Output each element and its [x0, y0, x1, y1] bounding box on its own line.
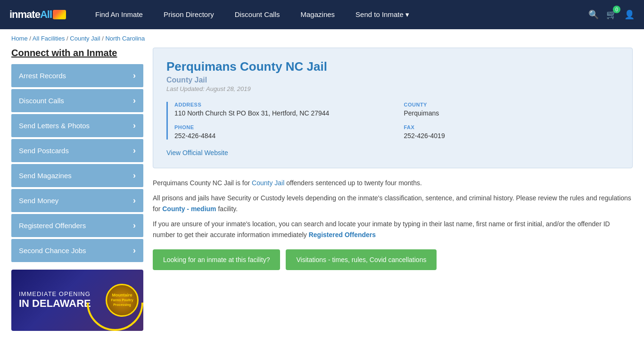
navbar: inmateAll Find An Inmate Prison Director…	[0, 0, 644, 29]
arrow-icon: ›	[133, 96, 136, 106]
dropdown-arrow-icon: ▾	[405, 10, 409, 18]
facility-description-3: If you are unsure of your inmate's locat…	[153, 219, 633, 240]
sidebar-item-send-money[interactable]: Send Money ›	[11, 189, 143, 212]
visitation-button[interactable]: Visitations - times, rules, Covid cancel…	[286, 249, 437, 270]
sidebar-item-second-chance-jobs[interactable]: Second Chance Jobs ›	[11, 239, 143, 262]
facility-card: Perquimans County NC Jail County Jail La…	[153, 48, 633, 168]
nav-discount-calls[interactable]: Discount Calls	[224, 1, 290, 28]
sidebar-item-send-postcards[interactable]: Send Postcards ›	[11, 139, 143, 162]
county-value: Perquimans	[404, 109, 619, 117]
facility-details: ADDRESS 110 North Church St PO Box 31, H…	[166, 102, 619, 140]
facility-description-1: Perquimans County NC Jail is for County …	[153, 178, 633, 188]
breadcrumb: Home / All Facilities / County Jail / No…	[0, 29, 644, 48]
arrow-icon: ›	[133, 221, 136, 230]
sidebar: Connect with an Inmate Arrest Records › …	[11, 48, 143, 331]
official-website-link[interactable]: View Official Website	[166, 149, 619, 156]
phone-label: PHONE	[174, 124, 390, 130]
sidebar-menu: Arrest Records › Discount Calls › Send L…	[11, 64, 143, 262]
breadcrumb-all-facilities[interactable]: All Facilities	[33, 35, 65, 42]
sidebar-title: Connect with an Inmate	[11, 48, 143, 58]
nav-magazines[interactable]: Magazines	[290, 1, 346, 28]
ad-top-text: IMMEDIATE OPENING	[19, 290, 91, 297]
sidebar-item-send-magazines[interactable]: Send Magazines ›	[11, 164, 143, 187]
facility-last-updated: Last Updated: August 28, 2019	[166, 85, 619, 92]
nav-prison-directory[interactable]: Prison Directory	[153, 1, 224, 28]
ad-main-text: IN DELAWARE	[19, 297, 91, 310]
search-icon[interactable]: 🔍	[588, 9, 599, 20]
logo-icon	[53, 10, 66, 19]
arrow-icon: ›	[133, 71, 136, 81]
county-label: COUNTY	[404, 102, 619, 107]
arrow-icon: ›	[133, 196, 136, 206]
phone-value: 252-426-4844	[174, 132, 390, 140]
nav-send-to-inmate[interactable]: Send to Inmate ▾	[345, 1, 420, 28]
address-block: ADDRESS 110 North Church St PO Box 31, H…	[174, 102, 390, 117]
arrow-icon: ›	[133, 146, 136, 156]
cart-badge: 0	[613, 6, 620, 13]
county-block: COUNTY Perquimans	[404, 102, 619, 117]
sidebar-item-send-letters[interactable]: Send Letters & Photos ›	[11, 114, 143, 137]
address-label: ADDRESS	[174, 102, 390, 107]
action-buttons: Looking for an inmate at this facility? …	[153, 249, 633, 270]
fax-value: 252-426-4019	[404, 132, 619, 140]
logo[interactable]: inmateAll	[9, 8, 66, 21]
county-jail-link[interactable]: County Jail	[252, 179, 284, 187]
user-icon[interactable]: 👤	[624, 9, 635, 20]
breadcrumb-north-carolina[interactable]: North Carolina	[105, 35, 145, 42]
cart-wrapper[interactable]: 🛒 0	[606, 9, 617, 20]
facility-type: County Jail	[166, 76, 619, 84]
facility-content: Perquimans County NC Jail County Jail La…	[153, 48, 633, 331]
sidebar-item-discount-calls[interactable]: Discount Calls ›	[11, 89, 143, 112]
facility-description-2: All prisons and jails have Security or C…	[153, 193, 633, 214]
sidebar-item-registered-offenders[interactable]: Registered Offenders ›	[11, 214, 143, 237]
ad-arc-decoration	[87, 274, 143, 331]
fax-block: FAX 252-426-4019	[404, 124, 619, 140]
sidebar-item-arrest-records[interactable]: Arrest Records ›	[11, 64, 143, 87]
facility-name: Perquimans County NC Jail	[166, 59, 619, 74]
arrow-icon: ›	[133, 121, 136, 131]
arrow-icon: ›	[133, 246, 136, 255]
registered-offenders-link[interactable]: Registered Offenders	[309, 231, 376, 239]
fax-label: FAX	[404, 124, 619, 130]
phone-block: PHONE 252-426-4844	[174, 124, 390, 140]
arrow-icon: ›	[133, 171, 136, 181]
breadcrumb-home[interactable]: Home	[11, 35, 28, 42]
main-content: Connect with an Inmate Arrest Records › …	[0, 48, 644, 345]
sidebar-advertisement[interactable]: IMMEDIATE OPENING IN DELAWARE Mountaire …	[11, 270, 143, 331]
nav-links: Find An Inmate Prison Directory Discount…	[85, 1, 588, 28]
address-value: 110 North Church St PO Box 31, Hertford,…	[174, 109, 390, 117]
breadcrumb-county-jail[interactable]: County Jail	[70, 35, 100, 42]
navbar-right: 🔍 🛒 0 👤	[588, 9, 635, 20]
nav-find-inmate[interactable]: Find An Inmate	[85, 1, 153, 28]
county-medium-link[interactable]: County - medium	[162, 205, 216, 213]
looking-for-inmate-button[interactable]: Looking for an inmate at this facility?	[153, 249, 280, 270]
